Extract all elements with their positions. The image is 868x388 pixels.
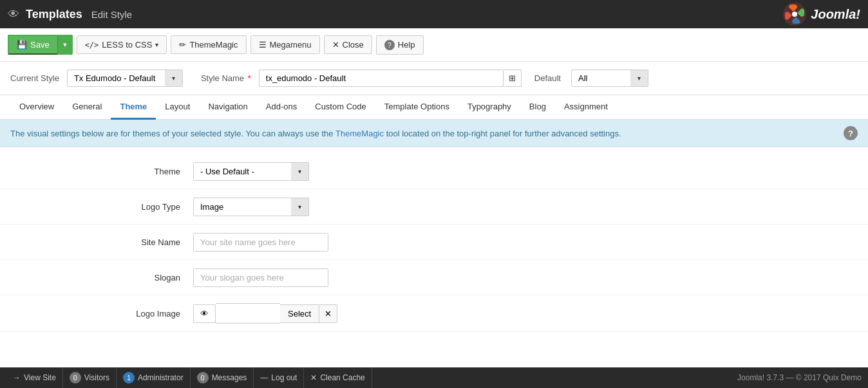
tab-general[interactable]: General: [63, 95, 111, 120]
megamenu-button[interactable]: ☰ Megamenu: [250, 35, 320, 54]
tab-theme[interactable]: Theme: [111, 95, 156, 120]
site-name-form-row: Site Name: [0, 225, 868, 260]
all-select[interactable]: All: [571, 69, 648, 87]
tabs-bar: Overview General Theme Layout Navigation…: [0, 95, 868, 120]
current-style-label: Current Style: [10, 73, 59, 83]
tab-assignment[interactable]: Assignment: [555, 95, 617, 120]
logo-image-label: Logo Image: [13, 309, 193, 319]
close-button[interactable]: ✕ Close: [324, 35, 372, 54]
clean-cache-icon: ✕: [310, 373, 317, 377]
save-dropdown-button[interactable]: ▾: [57, 35, 73, 55]
toolbar: 💾 Save ▾ </> LESS to CSS ▾ ✏ ThemeMagic …: [0, 28, 868, 62]
style-name-required: *: [248, 73, 251, 83]
tab-template-options[interactable]: Template Options: [375, 95, 458, 120]
header-left: 👁 Templates Edit Style: [8, 8, 132, 21]
close-icon: ✕: [332, 40, 339, 50]
visitors-badge: 0: [70, 372, 81, 377]
info-help-icon[interactable]: ?: [844, 126, 858, 140]
save-button-group[interactable]: 💾 Save ▾: [8, 35, 73, 55]
theme-magic-label: ThemeMagic: [189, 40, 238, 50]
joomla-logo: Joomla!: [782, 2, 860, 26]
site-name-field: [193, 233, 855, 252]
logo-preview-area: [216, 303, 280, 324]
content-area: The visual settings below are for themes…: [0, 120, 868, 377]
logout-icon: —: [260, 373, 268, 377]
edit-style-label: Edit Style: [91, 9, 132, 20]
administrator-label: Administrator: [138, 373, 184, 377]
templates-label: Templates: [26, 8, 82, 21]
clean-cache-label: Clean Cache: [320, 373, 364, 377]
site-name-label: Site Name: [13, 237, 193, 247]
messages-label: Messages: [212, 373, 247, 377]
top-header-bar: 👁 Templates Edit Style Joomla!: [0, 0, 868, 28]
logo-type-field: Image Text None ▾: [193, 198, 855, 216]
theme-select[interactable]: - Use Default - Default Dark Light: [193, 162, 309, 181]
logo-clear-button[interactable]: ✕: [319, 304, 337, 323]
tab-typography[interactable]: Typography: [458, 95, 520, 120]
style-name-input[interactable]: [259, 69, 504, 87]
style-row: Current Style Tx Edumodo - Default ▾ Sty…: [0, 62, 868, 95]
administrator-badge: 1: [123, 372, 135, 377]
logo-type-form-row: Logo Type Image Text None ▾: [0, 189, 868, 225]
slogan-form-row: Slogan: [0, 260, 868, 295]
slogan-label: Slogan: [13, 273, 193, 282]
megamenu-label: Megamenu: [270, 40, 312, 50]
theme-magic-icon: ✏: [179, 40, 186, 50]
less-dropdown-arrow: ▾: [155, 41, 158, 48]
all-select-wrap: All ▾: [571, 69, 648, 87]
info-banner: The visual settings below are for themes…: [0, 120, 868, 147]
svg-point-1: [792, 12, 797, 17]
style-name-icon[interactable]: ⊞: [504, 69, 522, 87]
info-banner-text: The visual settings below are for themes…: [10, 129, 621, 138]
tab-navigation[interactable]: Navigation: [199, 95, 256, 120]
less-icon: </>: [85, 41, 99, 50]
style-name-input-group: ⊞: [259, 69, 522, 87]
current-style-select-wrap: Tx Edumodo - Default ▾: [67, 69, 183, 87]
logo-preview-button[interactable]: 👁: [193, 304, 216, 323]
joomla-logo-icon: [782, 2, 807, 26]
save-button[interactable]: 💾 Save: [8, 35, 57, 55]
help-label: Help: [398, 40, 415, 50]
eye-icon: 👁: [8, 8, 19, 21]
logout-label: Log out: [271, 373, 297, 377]
joomla-text: Joomla!: [811, 7, 860, 22]
theme-select-wrap: - Use Default - Default Dark Light ▾: [193, 162, 309, 181]
logo-type-select[interactable]: Image Text None: [193, 198, 309, 216]
tab-blog[interactable]: Blog: [520, 95, 555, 120]
slogan-input[interactable]: [193, 268, 328, 287]
footer-version: Joomla! 3.7.3 — © 2017 Quix Demo: [737, 373, 862, 377]
site-name-input[interactable]: [193, 233, 328, 252]
tab-overview[interactable]: Overview: [10, 95, 63, 120]
messages-item[interactable]: 0 Messages: [191, 367, 254, 377]
current-style-select[interactable]: Tx Edumodo - Default: [67, 69, 183, 87]
view-site-arrow-icon: →: [13, 373, 21, 377]
logo-type-select-wrap: Image Text None ▾: [193, 198, 309, 216]
help-icon: ?: [384, 40, 395, 50]
tab-layout[interactable]: Layout: [156, 95, 199, 120]
logout-item[interactable]: — Log out: [254, 367, 304, 377]
theme-magic-button[interactable]: ✏ ThemeMagic: [171, 35, 246, 54]
logo-image-controls: 👁 Select ✕: [193, 303, 337, 324]
theme-form-row: Theme - Use Default - Default Dark Light…: [0, 154, 868, 189]
messages-badge: 0: [197, 372, 209, 377]
help-button[interactable]: ? Help: [376, 35, 424, 55]
view-site-label: View Site: [24, 373, 56, 377]
theme-magic-link[interactable]: ThemeMagic: [335, 129, 384, 138]
megamenu-icon: ☰: [259, 40, 267, 50]
less-to-css-button[interactable]: </> LESS to CSS ▾: [77, 35, 167, 54]
footer-left: → View Site 0 Visitors 1 Administrator 0…: [6, 367, 372, 377]
close-label: Close: [343, 40, 364, 50]
theme-field: - Use Default - Default Dark Light ▾: [193, 162, 855, 181]
tab-custom-code[interactable]: Custom Code: [306, 95, 375, 120]
visitors-item[interactable]: 0 Visitors: [63, 367, 117, 377]
visitors-label: Visitors: [84, 373, 109, 377]
logo-select-button[interactable]: Select: [280, 304, 319, 323]
style-name-label: Style Name *: [201, 73, 251, 83]
less-to-css-label: LESS to CSS: [102, 40, 152, 50]
view-site-item[interactable]: → View Site: [6, 367, 63, 377]
administrator-item[interactable]: 1 Administrator: [117, 367, 191, 377]
tab-addons[interactable]: Add-ons: [257, 95, 306, 120]
form-body: Theme - Use Default - Default Dark Light…: [0, 147, 868, 338]
clean-cache-item[interactable]: ✕ Clean Cache: [304, 367, 372, 377]
header-title: Templates Edit Style: [26, 8, 132, 21]
